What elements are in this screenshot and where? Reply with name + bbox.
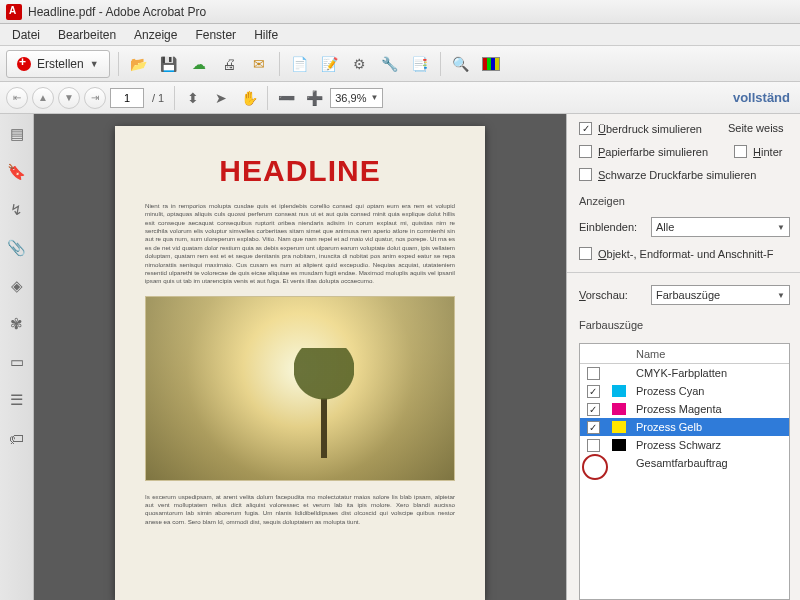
tool-icon-1[interactable]: 📄 (288, 52, 312, 76)
zoom-value: 36,9% (335, 92, 366, 104)
mail-icon[interactable]: ✉ (247, 52, 271, 76)
order-panel-icon[interactable]: ☰ (7, 390, 27, 410)
yellow-label: Prozess Gelb (632, 421, 702, 433)
layers-panel-icon[interactable]: ↯ (7, 200, 27, 220)
anzeigen-group-label: Anzeigen (579, 195, 790, 207)
doc-headline: HEADLINE (145, 154, 455, 188)
zoom-in-icon[interactable]: ➕ (302, 86, 326, 110)
chevron-down-icon: ▼ (777, 291, 785, 300)
tool-icon-6[interactable]: 🔍 (449, 52, 473, 76)
menu-edit[interactable]: Bearbeiten (50, 26, 124, 44)
tool-icon-4[interactable]: 🔧 (378, 52, 402, 76)
chevron-down-icon: ▼ (370, 93, 378, 102)
hinter-label: Hinter (753, 146, 782, 158)
cyan-swatch (612, 385, 626, 397)
separation-row-cmyk[interactable]: CMYK-Farbplatten (580, 364, 789, 382)
nav-toolbar: ⇤ ▲ ▼ ⇥ / 1 ⬍ ➤ ✋ ➖ ➕ 36,9% ▼ vollständ (0, 82, 800, 114)
total-label: Gesamtfarbauftrag (632, 457, 728, 469)
document-viewport[interactable]: HEADLINE Nient ra in remporios molupta c… (34, 114, 566, 600)
fullscreen-link[interactable]: vollständ (733, 90, 794, 105)
open-icon[interactable]: 📂 (127, 52, 151, 76)
tags-panel-icon[interactable]: 🏷 (7, 428, 27, 448)
vorschau-dropdown[interactable]: Farbauszüge ▼ (651, 285, 790, 305)
separation-row-yellow[interactable]: Prozess Gelb (580, 418, 789, 436)
papercolor-label: Papierfarbe simulieren (598, 146, 708, 158)
tool-icon-5[interactable]: 📑 (408, 52, 432, 76)
chevron-down-icon: ▼ (90, 59, 99, 69)
last-page-button[interactable]: ⇥ (84, 87, 106, 109)
main-area: ▤ 🔖 ↯ 📎 ◈ ✾ ▭ ☰ 🏷 HEADLINE Nient ra in r… (0, 114, 800, 600)
left-nav-strip: ▤ 🔖 ↯ 📎 ◈ ✾ ▭ ☰ 🏷 (0, 114, 34, 600)
toolbar-separator (174, 86, 175, 110)
create-button[interactable]: Erstellen ▼ (6, 50, 110, 78)
panel-separator (567, 272, 800, 273)
zoom-select[interactable]: 36,9% ▼ (330, 88, 383, 108)
blackink-checkbox[interactable] (579, 168, 592, 181)
yellow-checkbox[interactable] (587, 421, 600, 434)
black-checkbox[interactable] (587, 439, 600, 452)
menu-file[interactable]: Datei (4, 26, 48, 44)
overprint-checkbox[interactable] (579, 122, 592, 135)
layers2-panel-icon[interactable]: ◈ (7, 276, 27, 296)
page-number-input[interactable] (110, 88, 144, 108)
bookmarks-panel-icon[interactable]: 🔖 (7, 162, 27, 182)
title-bar: Headline.pdf - Adobe Acrobat Pro (0, 0, 800, 24)
menu-bar: Datei Bearbeiten Anzeige Fenster Hilfe (0, 24, 800, 46)
separations-list: Name CMYK-Farbplatten Prozess Cyan Proze… (579, 343, 790, 600)
tool-icon-2[interactable]: 📝 (318, 52, 342, 76)
papercolor-checkbox[interactable] (579, 145, 592, 158)
page-white-label: Seite weiss (728, 122, 784, 135)
main-toolbar: Erstellen ▼ 📂 💾 ☁ 🖨 ✉ 📄 📝 ⚙ 🔧 📑 🔍 (0, 46, 800, 82)
cyan-checkbox[interactable] (587, 385, 600, 398)
toolbar-separator (118, 52, 119, 76)
print-icon[interactable]: 🖨 (217, 52, 241, 76)
toolbar-separator (267, 86, 268, 110)
objekt-checkbox[interactable] (579, 247, 592, 260)
yellow-swatch (612, 421, 626, 433)
zoom-out-icon[interactable]: ➖ (274, 86, 298, 110)
cyan-label: Prozess Cyan (632, 385, 704, 397)
create-plus-icon (17, 57, 31, 71)
menu-help[interactable]: Hilfe (246, 26, 286, 44)
background-checkbox[interactable] (734, 145, 747, 158)
cmyk-checkbox[interactable] (587, 367, 600, 380)
create-label: Erstellen (37, 57, 84, 71)
objekt-label: Objekt-, Endformat- und Anschnitt-F (598, 248, 773, 260)
menu-view[interactable]: Anzeige (126, 26, 185, 44)
pages-panel-icon[interactable]: ▤ (7, 124, 27, 144)
overprint-label: Überdruck simulieren (598, 123, 702, 135)
next-page-button[interactable]: ▼ (58, 87, 80, 109)
separation-row-magenta[interactable]: Prozess Magenta (580, 400, 789, 418)
hand-tool-icon[interactable]: ✋ (237, 86, 261, 110)
window-title: Headline.pdf - Adobe Acrobat Pro (28, 5, 206, 19)
tool-icon-3[interactable]: ⚙ (348, 52, 372, 76)
einblenden-label: Einblenden: (579, 221, 643, 233)
prev-page-button[interactable]: ▲ (32, 87, 54, 109)
color-preview-icon[interactable] (479, 52, 503, 76)
toolbar-separator (440, 52, 441, 76)
toolbar-separator (279, 52, 280, 76)
first-page-button[interactable]: ⇤ (6, 87, 28, 109)
pointer-tool-icon[interactable]: ➤ (209, 86, 233, 110)
attachments-panel-icon[interactable]: 📎 (7, 238, 27, 258)
separation-row-total[interactable]: Gesamtfarbauftrag (580, 454, 789, 472)
chevron-down-icon: ▼ (777, 223, 785, 232)
einblenden-value: Alle (656, 221, 674, 233)
save-icon[interactable]: 💾 (157, 52, 181, 76)
blackink-label: Schwarze Druckfarbe simulieren (598, 169, 756, 181)
content-panel-icon[interactable]: ▭ (7, 352, 27, 372)
einblenden-dropdown[interactable]: Alle ▼ (651, 217, 790, 237)
menu-window[interactable]: Fenster (187, 26, 244, 44)
separation-row-cyan[interactable]: Prozess Cyan (580, 382, 789, 400)
col-name-header: Name (632, 348, 665, 360)
signatures-panel-icon[interactable]: ✾ (7, 314, 27, 334)
doc-paragraph-2: Is excerum uspedipsam, at arent velita d… (145, 493, 455, 526)
cloud-icon[interactable]: ☁ (187, 52, 211, 76)
magenta-checkbox[interactable] (587, 403, 600, 416)
vorschau-label: Vorschau: (579, 289, 643, 301)
app-icon (6, 4, 22, 20)
separation-row-black[interactable]: Prozess Schwarz (580, 436, 789, 454)
select-tool-icon[interactable]: ⬍ (181, 86, 205, 110)
cmyk-label: CMYK-Farbplatten (632, 367, 727, 379)
black-label: Prozess Schwarz (632, 439, 721, 451)
